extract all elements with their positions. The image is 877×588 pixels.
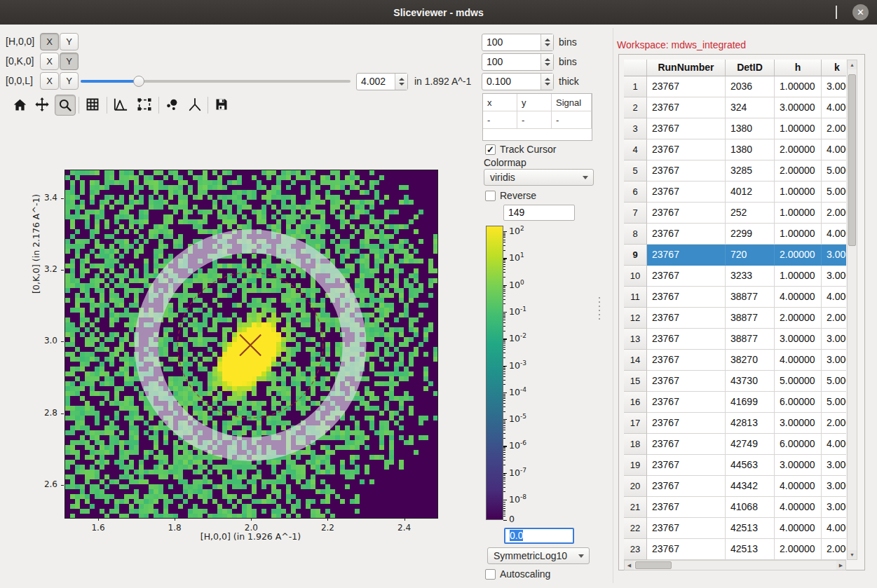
peaks-table-cell[interactable]: 4.00000: [775, 497, 822, 518]
peaks-column-header[interactable]: RunNumber: [647, 60, 726, 76]
peaks-table-cell[interactable]: 23767: [647, 287, 726, 308]
peaks-table-cell[interactable]: 4012: [726, 182, 775, 203]
peaks-table-cell[interactable]: 23767: [647, 455, 726, 476]
dim-h00-x-button[interactable]: X: [40, 33, 59, 50]
peaks-table-cell[interactable]: 23767: [647, 97, 726, 118]
titlebar[interactable]: Sliceviewer - mdws ✕: [0, 0, 877, 25]
peaks-table-cell[interactable]: 2.00000: [822, 539, 846, 560]
peaks-column-header[interactable]: h: [775, 60, 822, 76]
peaks-table-row[interactable]: 52376732852.000005.00000: [624, 160, 846, 182]
row-number-cell[interactable]: 19: [624, 455, 647, 476]
y-bins-spinbox[interactable]: 100: [482, 53, 554, 71]
row-number-cell[interactable]: 11: [624, 287, 647, 308]
peaks-table-cell[interactable]: 23767: [647, 392, 726, 413]
peaks-table-cell[interactable]: 3.00000: [822, 329, 846, 350]
peaks-table-row[interactable]: 12376720361.000003.00000: [624, 76, 846, 97]
slice-plot[interactable]: [64, 170, 438, 519]
spin-arrows[interactable]: [395, 74, 407, 90]
row-number-cell[interactable]: 13: [624, 329, 647, 350]
peaks-table-cell[interactable]: 38877: [726, 329, 775, 350]
slice-value-spinbox[interactable]: 4.002: [356, 73, 408, 90]
peaks-table-cell[interactable]: 2299: [726, 224, 775, 245]
peaks-table-row[interactable]: 1323767388773.000003.00000: [624, 329, 846, 350]
peaks-table-cell[interactable]: 4.00000: [822, 224, 846, 245]
peaks-table-cell[interactable]: 4.00000: [822, 287, 846, 308]
scroll-right-icon[interactable]: ▶: [836, 561, 845, 570]
peaks-table-cell[interactable]: 2.00000: [775, 539, 822, 560]
peaks-table-cell[interactable]: 23767: [647, 350, 726, 371]
spin-arrows[interactable]: [541, 34, 553, 50]
peaks-table-cell[interactable]: 41068: [726, 497, 775, 518]
peaks-table-row[interactable]: 42376713802.000004.00000: [624, 139, 846, 160]
row-number-cell[interactable]: 15: [624, 371, 647, 392]
x-bins-spinbox[interactable]: 100: [482, 34, 554, 51]
row-number-cell[interactable]: 3: [624, 118, 647, 139]
row-number-cell[interactable]: 6: [624, 182, 647, 203]
peaks-table-cell[interactable]: 3.00000: [822, 455, 846, 476]
hscroll-thumb[interactable]: [635, 561, 672, 569]
peaks-table-row[interactable]: 9237677202.000003.00000: [624, 245, 846, 266]
row-number-cell[interactable]: 12: [624, 308, 647, 329]
peaks-table-row[interactable]: 2223767425134.000004.00000: [624, 518, 846, 539]
track-cursor-checkbox[interactable]: ✓ Track Cursor: [485, 144, 556, 155]
autoscaling-checkbox[interactable]: Autoscaling: [485, 568, 550, 580]
peaks-table-cell[interactable]: 3.00000: [775, 329, 822, 350]
grid-button[interactable]: [83, 95, 102, 114]
peaks-table-row[interactable]: 2123767410684.000003.00000: [624, 497, 846, 518]
peaks-table-cell[interactable]: 720: [726, 245, 775, 266]
peaks-table-cell[interactable]: 42749: [726, 434, 775, 455]
peaks-table-cell[interactable]: 42813: [726, 413, 775, 434]
peaks-table-cell[interactable]: 42513: [726, 518, 775, 539]
peaks-table-row[interactable]: 2323767425132.000002.00000: [624, 539, 846, 560]
peaks-table-cell[interactable]: 5.00000: [775, 371, 822, 392]
peaks-table-cell[interactable]: 3.00000: [822, 266, 846, 287]
peaks-table-cell[interactable]: 43730: [726, 371, 775, 392]
row-number-cell[interactable]: 10: [624, 266, 647, 287]
dim-00l-y-button[interactable]: Y: [60, 72, 79, 90]
save-button[interactable]: [212, 95, 231, 114]
peaks-table-row[interactable]: 1123767388774.000004.00000: [624, 287, 846, 308]
peaks-table-cell[interactable]: 38877: [726, 308, 775, 329]
row-number-cell[interactable]: 18: [624, 434, 647, 455]
peaks-table-cell[interactable]: 1.00000: [775, 118, 822, 139]
row-number-cell[interactable]: 8: [624, 224, 647, 245]
peaks-table-cell[interactable]: 2.00000: [822, 203, 846, 224]
peaks-table-cell[interactable]: 2036: [726, 76, 775, 97]
norm-dropdown[interactable]: SymmetricLog10: [487, 547, 590, 564]
peaks-table-cell[interactable]: 23767: [647, 371, 726, 392]
colormap-dropdown[interactable]: viridis: [484, 169, 594, 186]
peaks-table-row[interactable]: 7237672521.000002.00000: [624, 203, 846, 224]
spin-arrows[interactable]: [541, 54, 553, 70]
vscroll-thumb[interactable]: [848, 74, 856, 246]
peaks-table-cell[interactable]: 23767: [647, 434, 726, 455]
peaks-table-cell[interactable]: 4.00000: [822, 139, 846, 160]
peaks-table-cell[interactable]: 3.00000: [822, 245, 846, 266]
peaks-table-cell[interactable]: 3.00000: [822, 76, 846, 97]
peaks-table-cell[interactable]: 4.00000: [775, 518, 822, 539]
peaks-table-cell[interactable]: 4.00000: [822, 97, 846, 118]
row-number-cell[interactable]: 20: [624, 476, 647, 497]
peaks-table-row[interactable]: 2237673243.000004.00000: [624, 97, 846, 118]
peaks-table-row[interactable]: 1423767382704.000003.00000: [624, 350, 846, 371]
close-button[interactable]: ✕: [852, 4, 869, 20]
peaks-horizontal-scrollbar[interactable]: ◀ ▶: [624, 560, 846, 570]
dim-0k0-x-button[interactable]: X: [40, 53, 59, 70]
peaks-table-cell[interactable]: 23767: [647, 266, 726, 287]
peaks-table-cell[interactable]: 23767: [647, 497, 726, 518]
peaks-table-cell[interactable]: 23767: [647, 476, 726, 497]
peaks-table-cell[interactable]: 1.00000: [775, 76, 822, 97]
row-number-cell[interactable]: 17: [624, 413, 647, 434]
peaks-table-cell[interactable]: 38270: [726, 350, 775, 371]
peaks-table-cell[interactable]: 5.00000: [822, 371, 846, 392]
peaks-table-cell[interactable]: 4.00000: [822, 518, 846, 539]
peaks-table-cell[interactable]: 38877: [726, 287, 775, 308]
row-number-cell[interactable]: 5: [624, 160, 647, 182]
row-number-cell[interactable]: 23: [624, 539, 647, 560]
peaks-table-cell[interactable]: 42513: [726, 539, 775, 560]
home-button[interactable]: [10, 95, 29, 114]
row-number-cell[interactable]: 14: [624, 350, 647, 371]
row-number-cell[interactable]: 2: [624, 97, 647, 118]
zoom-button[interactable]: [55, 95, 76, 116]
peaks-table-cell[interactable]: 1.00000: [775, 203, 822, 224]
peaks-table-row[interactable]: 1923767445633.000003.00000: [624, 455, 846, 476]
